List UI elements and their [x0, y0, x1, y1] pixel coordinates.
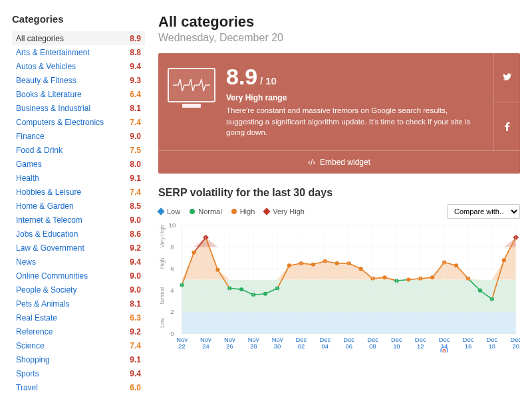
category-value: 9.1 [130, 355, 141, 364]
svg-text:Very High: Very High [160, 225, 166, 248]
category-item[interactable]: Arts & Entertainment8.8 [12, 45, 145, 59]
svg-text:10: 10 [169, 223, 176, 229]
svg-text:02: 02 [298, 343, 305, 350]
svg-text:Dec: Dec [319, 336, 331, 343]
svg-text:Dec: Dec [439, 336, 450, 343]
category-item[interactable]: Business & Industrial8.1 [12, 101, 145, 115]
volatility-chart[interactable]: 0246810LowNormalHighVery HighNov22Nov24N… [158, 223, 520, 352]
category-item[interactable]: Internet & Telecom9.0 [12, 213, 145, 227]
chart-title: SERP volatility for the last 30 days [158, 187, 520, 199]
category-value: 6.3 [130, 313, 141, 323]
chart-legend: Low Normal High Very High [158, 207, 305, 215]
main-content: All categories Wednesday, December 20 8.… [158, 13, 520, 393]
category-value: 9.4 [130, 369, 141, 378]
svg-text:Nov: Nov [248, 336, 259, 343]
category-item[interactable]: Finance9.0 [12, 129, 145, 143]
category-name: Food & Drink [16, 146, 63, 155]
category-item[interactable]: Online Communities9.0 [12, 269, 145, 283]
category-item[interactable]: Real Estate6.3 [12, 311, 145, 325]
category-item[interactable]: Science7.4 [12, 338, 145, 352]
category-item[interactable]: Autos & Vehicles9.4 [12, 59, 145, 73]
category-name: Jobs & Education [16, 229, 78, 239]
category-value: 9.0 [130, 215, 141, 225]
category-item[interactable]: Sports9.4 [12, 366, 145, 380]
category-item[interactable]: Food & Drink7.5 [12, 143, 145, 157]
share-facebook-button[interactable] [493, 102, 520, 151]
score-value: 8.9 [226, 65, 257, 88]
category-name: Online Communities [16, 271, 88, 281]
svg-text:10: 10 [393, 343, 400, 350]
category-name: Computers & Electronics [16, 118, 104, 127]
category-item[interactable]: Pets & Animals8.1 [12, 297, 145, 311]
category-value: 8.5 [130, 201, 141, 211]
svg-text:Nov: Nov [224, 336, 235, 343]
svg-text:Dec: Dec [391, 336, 402, 343]
svg-text:08: 08 [369, 343, 376, 350]
category-name: Home & Garden [16, 201, 74, 211]
category-name: Autos & Vehicles [16, 62, 76, 71]
category-value: 8.1 [130, 104, 141, 113]
category-item[interactable]: Computers & Electronics7.4 [12, 115, 145, 129]
category-item[interactable]: Hobbies & Leisure7.4 [12, 185, 145, 199]
share-twitter-button[interactable] [493, 53, 520, 102]
category-item[interactable]: Books & Literature6.4 [12, 87, 145, 101]
svg-point-76 [502, 258, 506, 262]
category-value: 6.4 [130, 90, 141, 99]
category-value: 9.2 [130, 327, 141, 336]
category-item[interactable]: Jobs & Education8.6 [12, 227, 145, 241]
svg-text:24: 24 [202, 343, 209, 350]
svg-text:Dec: Dec [463, 336, 474, 343]
category-name: Reference [16, 327, 53, 336]
category-item[interactable]: Beauty & Fitness9.3 [12, 73, 145, 87]
svg-text:16: 16 [465, 343, 471, 350]
category-item[interactable]: Law & Government9.2 [12, 241, 145, 255]
svg-text:6: 6 [170, 265, 174, 272]
category-item[interactable]: News9.4 [12, 255, 145, 269]
svg-point-54 [239, 287, 243, 291]
category-item[interactable]: Shopping9.1 [12, 352, 145, 366]
page-title: All categories [158, 13, 520, 31]
category-name: Hobbies & Leisure [16, 188, 81, 197]
category-value: 7.4 [130, 188, 141, 197]
category-item[interactable]: All categories8.9 [12, 31, 145, 45]
category-value: 9.0 [130, 285, 141, 295]
svg-text:22: 22 [178, 343, 185, 350]
category-list: All categories8.9Arts & Entertainment8.8… [12, 31, 145, 393]
category-name: People & Society [16, 285, 76, 295]
category-item[interactable]: Home & Garden8.5 [12, 199, 145, 213]
category-name: Business & Industrial [16, 104, 90, 113]
category-item[interactable]: People & Society9.0 [12, 283, 145, 297]
category-value: 6.0 [130, 383, 141, 392]
category-name: Internet & Telecom [16, 215, 82, 225]
svg-text:Dec: Dec [486, 336, 497, 343]
category-item[interactable]: Travel6.0 [12, 380, 145, 393]
svg-text:20: 20 [512, 343, 519, 350]
category-value: 9.4 [130, 62, 141, 71]
svg-text:30: 30 [274, 343, 281, 350]
svg-point-60 [311, 263, 315, 267]
category-name: Games [16, 160, 42, 169]
category-value: 9.3 [130, 76, 141, 85]
svg-point-66 [382, 275, 386, 279]
svg-text:18: 18 [489, 343, 495, 350]
svg-text:Dec: Dec [296, 336, 307, 343]
page-subtitle: Wednesday, December 20 [158, 32, 520, 44]
category-item[interactable]: Reference9.2 [12, 325, 145, 338]
category-value: 7.4 [130, 341, 141, 350]
svg-text:Dec: Dec [343, 336, 354, 343]
category-item[interactable]: Health9.1 [12, 171, 145, 185]
score-description: There're constant and massive tremors on… [226, 105, 484, 138]
svg-text:4: 4 [170, 287, 174, 294]
category-name: Beauty & Fitness [16, 76, 76, 85]
svg-text:8: 8 [170, 244, 174, 251]
category-item[interactable]: Games8.0 [12, 157, 145, 171]
category-value: 9.0 [130, 132, 141, 141]
category-value: 7.5 [130, 146, 141, 155]
svg-point-68 [406, 278, 410, 282]
embed-widget-button[interactable]: ‹/› Embed widget [158, 150, 520, 174]
category-name: News [16, 257, 36, 267]
compare-select[interactable]: Compare with… [447, 204, 520, 219]
svg-point-56 [263, 292, 267, 296]
svg-text:High: High [160, 257, 166, 269]
category-name: Sports [16, 369, 39, 378]
